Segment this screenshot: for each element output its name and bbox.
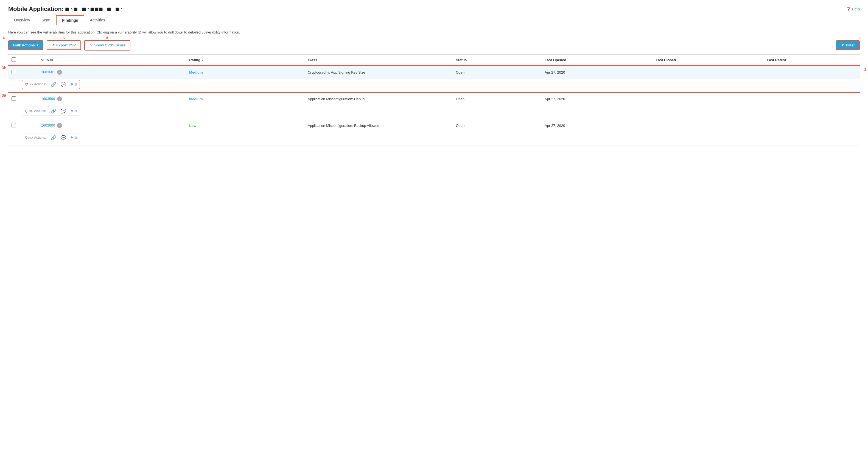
verified-badge: ✓ bbox=[57, 123, 62, 128]
quick-actions-label: Quick Actions: bbox=[25, 109, 46, 113]
header-last-opened: Last Opened bbox=[541, 54, 652, 66]
last-opened-value: Apr 27, 2020 bbox=[545, 97, 565, 101]
quick-actions-row: Quick Actions: 🔗 💬 ⚑ 0 bbox=[8, 132, 860, 146]
flag-icon: ⚑ bbox=[70, 135, 74, 140]
class-cell: Application Misconfiguration: Debug bbox=[304, 93, 453, 106]
rating-cell: Medium bbox=[186, 66, 304, 79]
last-opened-cell: Apr 27, 2020 bbox=[541, 66, 652, 79]
page-title-text: Mobile Application: bbox=[8, 5, 64, 12]
filter-button[interactable]: ▼ Filter bbox=[836, 40, 860, 50]
row-checkbox[interactable] bbox=[11, 96, 16, 101]
comment-icon[interactable]: 💬 bbox=[61, 109, 66, 114]
export-icon: ⬏ bbox=[52, 43, 55, 47]
select-all-checkbox[interactable] bbox=[11, 57, 16, 62]
rating-value: Medium bbox=[189, 70, 203, 74]
vuln-id-cell: 1603601 ✓ 2 bbox=[38, 66, 186, 79]
filter-button-wrapper: 1 ▼ Filter bbox=[836, 40, 860, 50]
last-closed-cell bbox=[652, 66, 764, 79]
table-row: 1603600 ✓ Low Application Misconfigurati… bbox=[8, 119, 860, 132]
last-retest-cell bbox=[764, 66, 860, 79]
annotation-3a: 3a bbox=[2, 93, 6, 97]
row-checkbox-cell bbox=[8, 119, 38, 132]
tab-bar: Overview Scan Findings Activities bbox=[8, 16, 860, 25]
flag-count-value: 0 bbox=[75, 109, 77, 113]
help-icon: ❓ bbox=[846, 7, 851, 11]
quick-actions-cell: Quick Actions: 🔗 💬 ⚑ 0 bbox=[8, 106, 860, 119]
header-checkbox-cell bbox=[8, 54, 38, 66]
flag-count[interactable]: ⚑ 0 bbox=[70, 82, 77, 87]
quick-actions-row: Quick Actions: 🔗 💬 ⚑ 0 7 bbox=[8, 79, 860, 92]
link-icon[interactable]: 🔗 bbox=[51, 109, 56, 114]
export-csv-button[interactable]: ⬏ Export CSV bbox=[46, 40, 81, 50]
rating-sort-icon: ▼ bbox=[201, 59, 204, 62]
findings-table-container: 3b 3a Vuln ID Rating ▼ Class bbox=[8, 54, 860, 146]
quick-actions-label: Quick Actions: bbox=[25, 82, 46, 86]
annotation-4: 4 bbox=[3, 36, 5, 40]
flag-icon: ⚑ bbox=[70, 82, 74, 87]
tab-findings[interactable]: Findings bbox=[56, 16, 84, 25]
flag-count-value: 0 bbox=[75, 135, 77, 140]
link-icon[interactable]: 🔗 bbox=[51, 82, 56, 87]
table-row: 1603599 ✓ Medium Application Misconfigur… bbox=[8, 93, 860, 106]
comment-icon[interactable]: 💬 bbox=[61, 135, 66, 140]
help-link[interactable]: Help bbox=[852, 7, 860, 11]
quick-actions-bar: Quick Actions: 🔗 💬 ⚑ 0 7 bbox=[22, 80, 80, 89]
tab-scan[interactable]: Scan bbox=[36, 16, 56, 25]
quick-actions-label: Quick Actions: bbox=[25, 135, 46, 140]
row-separator bbox=[8, 146, 860, 146]
header-vuln-id: Vuln ID bbox=[38, 54, 186, 66]
last-retest-cell bbox=[764, 119, 860, 132]
filter-icon: ▼ bbox=[841, 43, 844, 47]
quick-actions-bar: Quick Actions: 🔗 💬 ⚑ 0 bbox=[22, 133, 80, 142]
row-checkbox-cell bbox=[8, 66, 38, 79]
link-icon[interactable]: 🔗 bbox=[51, 135, 56, 140]
show-cvss-button[interactable]: 〜 Show CVSS Score bbox=[84, 40, 130, 51]
annotation-1: 1 bbox=[859, 36, 861, 40]
verified-badge: ✓ bbox=[57, 70, 62, 75]
last-retest-cell bbox=[764, 93, 860, 106]
row-checkbox[interactable] bbox=[11, 70, 16, 74]
flag-icon: ⚑ bbox=[70, 109, 74, 113]
annotation-5: 5 bbox=[63, 36, 65, 40]
bulk-actions-button[interactable]: Bulk Actions ▾ bbox=[8, 40, 43, 50]
class-value: Cryptography: App Signing Key Size bbox=[308, 70, 365, 74]
export-csv-label: Export CSV bbox=[56, 43, 76, 47]
vuln-id-link[interactable]: 1603599 bbox=[41, 97, 55, 101]
annotation-7: 7 bbox=[26, 82, 28, 87]
class-cell: Application Misconfiguration: Backup All… bbox=[304, 119, 453, 132]
status-cell: Open bbox=[453, 93, 541, 106]
vuln-id-link[interactable]: 1603601 bbox=[41, 70, 55, 74]
header-rating[interactable]: Rating ▼ bbox=[186, 54, 304, 66]
quick-actions-row: Quick Actions: 🔗 💬 ⚑ 0 bbox=[8, 106, 860, 119]
bulk-actions-label: Bulk Actions bbox=[13, 43, 35, 47]
tab-overview[interactable]: Overview bbox=[8, 16, 36, 25]
quick-actions-cell: Quick Actions: 🔗 💬 ⚑ 0 7 bbox=[8, 79, 860, 92]
header-last-closed: Last Closed bbox=[652, 54, 764, 66]
cvss-icon: 〜 bbox=[89, 43, 93, 48]
header-last-retest: Last Retest bbox=[764, 54, 860, 66]
status-value: Open bbox=[456, 70, 464, 74]
verified-badge: ✓ bbox=[57, 96, 62, 101]
quick-actions-bar: Quick Actions: 🔗 💬 ⚑ 0 bbox=[22, 107, 80, 116]
tab-activities[interactable]: Activities bbox=[84, 16, 111, 25]
flag-count[interactable]: ⚑ 0 bbox=[70, 135, 77, 140]
last-closed-cell bbox=[652, 93, 764, 106]
status-value: Open bbox=[456, 124, 464, 128]
status-cell: Open bbox=[453, 66, 541, 79]
flag-count[interactable]: ⚑ 0 bbox=[70, 109, 77, 113]
findings-table: Vuln ID Rating ▼ Class Status Last Opene… bbox=[8, 54, 860, 146]
comment-icon[interactable]: 💬 bbox=[61, 82, 66, 87]
vuln-id-cell: 1603599 ✓ bbox=[38, 93, 186, 106]
vuln-id-link[interactable]: 1603600 bbox=[41, 123, 55, 127]
bulk-actions-wrapper: 4 Bulk Actions ▾ bbox=[8, 40, 43, 50]
table-header-row: Vuln ID Rating ▼ Class Status Last Opene… bbox=[8, 54, 860, 66]
toolbar: 4 Bulk Actions ▾ 5 ⬏ Export CSV 6 〜 bbox=[8, 40, 860, 51]
table-row: 1603601 ✓ 2 Medium Cryptography: App Sig… bbox=[8, 66, 860, 79]
status-value: Open bbox=[456, 97, 464, 101]
flag-count-value: 0 bbox=[75, 82, 77, 87]
page-title-suffix: ■·■ ■·■■■ ■ ■· bbox=[65, 5, 124, 12]
annotation-6: 6 bbox=[106, 36, 108, 40]
page-title: Mobile Application: ■·■ ■·■■■ ■ ■· bbox=[8, 5, 124, 12]
row-checkbox[interactable] bbox=[11, 123, 16, 127]
header-status: Status bbox=[453, 54, 541, 66]
